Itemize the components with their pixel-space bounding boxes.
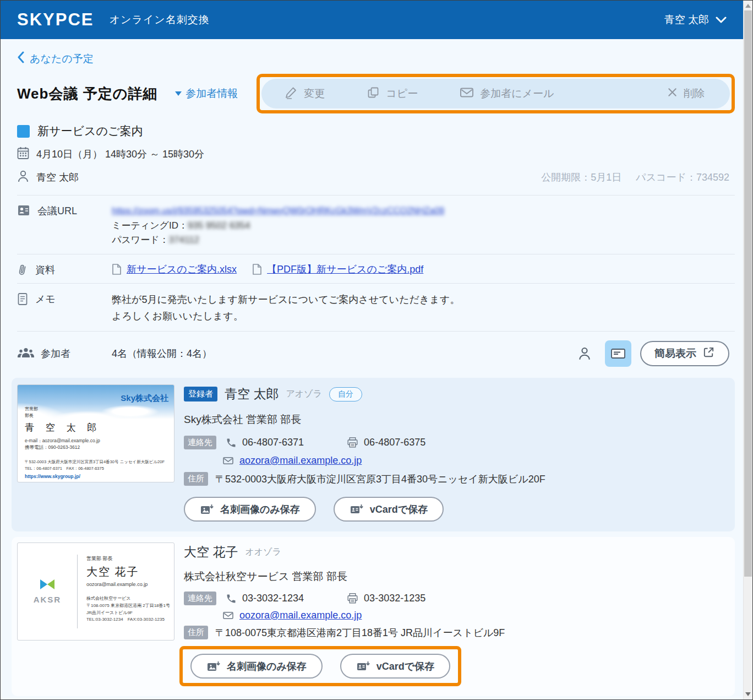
card1-email: e-mail：aozora@mail.example.co.jp bbox=[25, 438, 100, 444]
card2-company: 株式会社秋空サービス bbox=[86, 595, 172, 603]
image-download-icon bbox=[206, 660, 221, 673]
participant-name: 青空 太郎 bbox=[225, 386, 279, 403]
scrollbar-thumb[interactable] bbox=[744, 10, 752, 577]
meeting-limits: 公開期限：5月1日 パスコード：734592 bbox=[541, 171, 735, 184]
save-vcard-button[interactable]: vCardで保存 bbox=[340, 654, 450, 679]
copy-button-label: コピー bbox=[386, 86, 418, 101]
copy-button[interactable]: コピー bbox=[367, 86, 418, 102]
card1-dept: 営業部部長 bbox=[25, 406, 38, 419]
back-link[interactable]: あなたの予定 bbox=[17, 51, 94, 66]
card1-address: 〒532-0003 大阪府大阪市淀川区宮原3丁目4番30号 ニッセイ新大阪ビル2… bbox=[25, 459, 171, 465]
scroll-up-icon[interactable] bbox=[745, 4, 751, 8]
vcard-download-icon bbox=[356, 660, 370, 673]
chevron-down-icon bbox=[716, 14, 727, 26]
address-badge: 住所 bbox=[184, 472, 208, 486]
meeting-url-content: https://zoom.us/j/93595325054?pwd=NmwyQW… bbox=[112, 203, 444, 247]
memo-line-1: 弊社が5月に発売いたします新サービスについてご案内させていただきます。 bbox=[112, 291, 460, 308]
meeting-subject: 新サービスのご案内 bbox=[37, 123, 143, 139]
save-card-image-button[interactable]: 名刺画像のみ保存 bbox=[190, 654, 323, 679]
participants-label: 参加者 bbox=[41, 347, 70, 360]
page-title: Web会議 予定の詳細 bbox=[17, 84, 157, 104]
phone-icon bbox=[226, 593, 237, 604]
participant-email-link[interactable]: aozora@mail.example.co.jp bbox=[239, 455, 362, 466]
participant-address: 〒532-0003大阪府大阪市淀川区宮原3丁目4番30号ニッセイ新大阪ビル20F bbox=[215, 473, 545, 486]
participants-header: 参加者 4名（情報公開：4名） 簡易表示 bbox=[17, 338, 735, 369]
meeting-url-link[interactable]: https://zoom.us/j/93595325054?pwd=NmwyQW… bbox=[112, 206, 444, 215]
meeting-subject-row: 新サービスのご案内 bbox=[17, 123, 735, 139]
participant-email-row: oozora@mail.example.co.jp bbox=[184, 610, 726, 621]
meeting-organizer: 青空 太郎 bbox=[36, 171, 79, 184]
save-card-image-button[interactable]: 名刺画像のみ保存 bbox=[184, 497, 316, 522]
documents-label-group: 資料 bbox=[17, 262, 112, 276]
participant-info-toggle[interactable]: 参加者情報 bbox=[175, 86, 238, 101]
meeting-url-label: 会議URL bbox=[37, 204, 77, 218]
buttons-highlight-annotation: 名刺画像のみ保存 vCardで保存 bbox=[179, 646, 461, 686]
edit-button-label: 変更 bbox=[304, 86, 325, 101]
mail-participants-button[interactable]: 参加者にメール bbox=[460, 86, 554, 101]
participant-address: 〒108-0075東京都港区港南2丁目18番1号 JR品川イーストビル9F bbox=[215, 626, 505, 639]
delete-button[interactable]: 削除 bbox=[667, 86, 705, 101]
divider bbox=[17, 331, 735, 332]
delete-button-label: 削除 bbox=[684, 86, 705, 101]
memo-label-group: メモ bbox=[17, 291, 112, 324]
scroll-down-icon[interactable] bbox=[745, 692, 751, 696]
meeting-url-label-group: 会議URL bbox=[17, 203, 112, 247]
save-card-image-label: 名刺画像のみ保存 bbox=[220, 503, 300, 516]
participant-card-2: AKSR 営業部 部長 大空 花子 oozora@mail.example.co… bbox=[12, 537, 735, 696]
id-card-icon bbox=[17, 204, 30, 216]
simple-view-button[interactable]: 簡易表示 bbox=[640, 341, 729, 366]
participant-1-buttons: 名刺画像のみ保存 vCardで保存 bbox=[184, 497, 726, 522]
card-view-button[interactable] bbox=[605, 340, 631, 367]
business-card-image-2: AKSR 営業部 部長 大空 花子 oozora@mail.example.co… bbox=[17, 542, 174, 641]
documents-label: 資料 bbox=[35, 263, 55, 276]
participant-fax: 03-3032-1235 bbox=[364, 593, 425, 604]
app-title: オンライン名刺交換 bbox=[109, 13, 209, 27]
main-content: あなたの予定 Web会議 予定の詳細 参加者情報 変更 コピー bbox=[1, 39, 743, 699]
save-vcard-label: vCardで保存 bbox=[376, 660, 434, 673]
participant-affiliation: Sky株式会社 営業部 部長 bbox=[184, 413, 726, 427]
participant-card-1: Sky株式会社 営業部部長 青 空 太 郎 e-mail：aozora@mail… bbox=[12, 378, 735, 531]
person-view-button[interactable] bbox=[573, 342, 596, 365]
chevron-left-icon bbox=[17, 51, 25, 66]
participant-kana: アオゾラ bbox=[286, 388, 322, 400]
note-icon bbox=[17, 292, 28, 306]
skypce-logo: SKYPCE bbox=[17, 10, 94, 30]
participant-tel: 06-4807-6371 bbox=[242, 437, 304, 448]
card1-url: https://www.skygroup.jp/ bbox=[25, 474, 80, 479]
document-link-xlsx[interactable]: 新サービスのご案内.xlsx bbox=[127, 262, 237, 276]
save-vcard-button[interactable]: vCardで保存 bbox=[334, 497, 444, 522]
edit-button[interactable]: 変更 bbox=[285, 86, 325, 102]
app-window: SKYPCE オンライン名刺交換 青空 太郎 あなたの予定 Web会議 予定の詳… bbox=[0, 0, 753, 700]
password-value: 374112 bbox=[169, 235, 199, 245]
participant-name: 大空 花子 bbox=[184, 544, 238, 561]
copy-icon bbox=[367, 86, 380, 102]
envelope-icon bbox=[222, 611, 234, 620]
meeting-url-row: 会議URL https://zoom.us/j/93595325054?pwd=… bbox=[17, 196, 735, 254]
memo-row: メモ 弊社が5月に発売いたします新サービスについてご案内させていただきます。 よ… bbox=[17, 284, 735, 331]
business-card-image-1: Sky株式会社 営業部部長 青 空 太 郎 e-mail：aozora@mail… bbox=[17, 384, 174, 482]
participants-controls: 簡易表示 bbox=[573, 340, 735, 367]
participant-1-name-row: 登録者 青空 太郎 アオゾラ 自分 bbox=[184, 386, 726, 403]
pencil-icon bbox=[285, 86, 298, 102]
vertical-scrollbar[interactable] bbox=[743, 1, 752, 699]
document-icon bbox=[252, 263, 262, 275]
participants-label-group: 参加者 bbox=[17, 346, 112, 362]
user-menu[interactable]: 青空 太郎 bbox=[664, 13, 727, 27]
toolbar: 変更 コピー 参加者にメール 削除 bbox=[261, 79, 730, 108]
participant-1-details: 登録者 青空 太郎 アオゾラ 自分 Sky株式会社 営業部 部長 連絡先 06-… bbox=[184, 384, 726, 522]
participant-tel: 03-3032-1234 bbox=[242, 593, 304, 604]
participant-2-details: 大空 花子 オオゾラ 株式会社秋空サービス 営業部 部長 連絡先 03-3032… bbox=[184, 542, 726, 686]
envelope-icon bbox=[222, 456, 234, 465]
participants-count: 4名（情報公開：4名） bbox=[112, 347, 212, 360]
memo-content: 弊社が5月に発売いたします新サービスについてご案内させていただきます。 よろしく… bbox=[112, 291, 460, 324]
meeting-id-value: 935 9502 6354 bbox=[188, 220, 250, 231]
participant-email-link[interactable]: oozora@mail.example.co.jp bbox=[239, 610, 362, 621]
save-card-image-label: 名刺画像のみ保存 bbox=[227, 660, 307, 673]
participant-address-row: 住所 〒108-0075東京都港区港南2丁目18番1号 JR品川イーストビル9F bbox=[184, 626, 726, 639]
documents-row: 資料 新サービスのご案内.xlsx 【PDF版】新サービスのご案内.pdf bbox=[17, 254, 735, 283]
card2-logo: AKSR bbox=[18, 543, 77, 640]
document-link-pdf[interactable]: 【PDF版】新サービスのご案内.pdf bbox=[267, 262, 423, 276]
title-row: Web会議 予定の詳細 参加者情報 変更 コピー bbox=[17, 74, 735, 113]
person-icon bbox=[17, 170, 29, 185]
paperclip-icon bbox=[16, 262, 30, 278]
